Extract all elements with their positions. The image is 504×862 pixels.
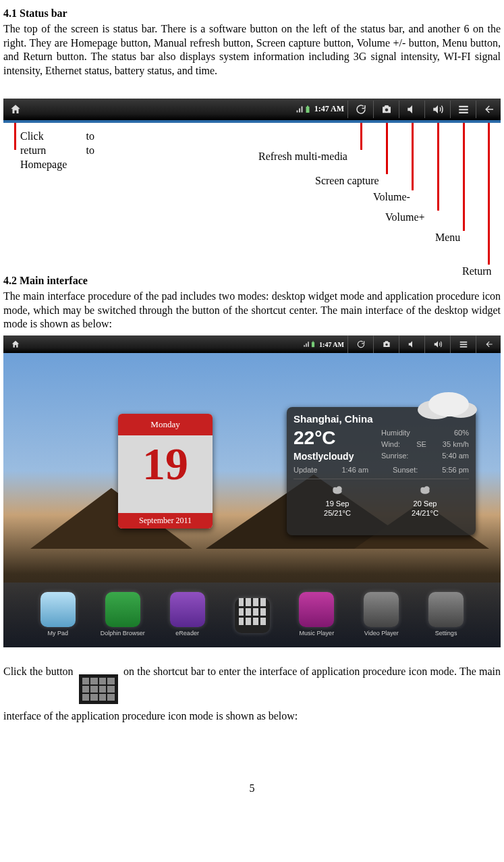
menu-icon[interactable]	[451, 335, 475, 353]
svg-rect-6	[312, 342, 314, 348]
dock-icon	[299, 592, 334, 627]
calendar-weekday: Monday	[118, 414, 213, 435]
callout-line	[437, 123, 439, 211]
body-42a: The main interface procedure of the pad …	[3, 290, 501, 331]
svg-rect-3	[459, 106, 468, 107]
svg-point-17	[424, 486, 429, 491]
status-bar: 1:47 AM	[3, 99, 501, 123]
dock-icon	[105, 592, 140, 627]
dock-label: Video Player	[358, 630, 405, 638]
callout-volplus: Volume+	[385, 211, 425, 225]
calendar-widget[interactable]: Monday 19 September 2011	[118, 414, 213, 529]
svg-rect-9	[459, 342, 467, 343]
volume-minus-icon[interactable]	[400, 99, 424, 120]
section-heading-41: 4.1 Status bar	[3, 7, 501, 21]
camera-icon[interactable]	[374, 99, 398, 120]
dock-label: Music Player	[293, 630, 340, 638]
dock-item-1[interactable]: Dolphin Browser	[99, 592, 146, 638]
battery-icon	[310, 335, 316, 353]
dock: My PadDolphin BrowsereReaderMusic Player…	[3, 583, 501, 647]
volume-plus-icon[interactable]	[426, 335, 449, 353]
wallpaper: Monday 19 September 2011 Shanghai, China…	[3, 353, 501, 647]
callout-line	[386, 123, 388, 174]
callout-line	[360, 123, 362, 150]
dock-label: My Pad	[34, 630, 82, 638]
svg-point-2	[385, 108, 388, 111]
figure-status-bar: 1:47 AM	[3, 335, 501, 353]
forecast-1: 19 Sep 25/21°C	[324, 483, 351, 518]
body-41: The top of the screen is status bar. The…	[3, 22, 501, 78]
svg-rect-10	[459, 344, 467, 346]
callout-line	[463, 123, 465, 231]
dock-item-6[interactable]: Settings	[422, 592, 470, 638]
home-icon[interactable]	[3, 99, 27, 120]
weather-cond: Mostlycloudy	[293, 450, 381, 462]
home-icon[interactable]	[3, 335, 27, 353]
callout-home: Clickto returnto Homepage	[20, 130, 94, 171]
svg-rect-4	[459, 109, 468, 110]
callout-line	[412, 123, 414, 190]
callout-line	[488, 123, 490, 265]
section-heading-42: 4.2 Main interface	[3, 274, 501, 288]
callout-menu: Menu	[435, 231, 460, 245]
dock-icon	[170, 592, 205, 627]
svg-point-14	[336, 486, 341, 491]
signal-icon	[296, 99, 304, 120]
weather-temp: 22°C	[293, 426, 381, 450]
dock-item-2[interactable]: eReader	[164, 592, 211, 638]
callout-volminus: Volume-	[373, 190, 410, 205]
callout-refresh: Refresh multi-media	[258, 150, 347, 164]
dock-label: eReader	[164, 630, 211, 638]
signal-icon	[303, 335, 310, 353]
app-grid-icon	[235, 598, 270, 633]
callout-screencap: Screen capture	[315, 174, 379, 188]
menu-icon[interactable]	[451, 99, 475, 120]
return-icon[interactable]	[477, 99, 501, 120]
cloud-icon	[428, 392, 469, 416]
weather-widget[interactable]: Shanghai, China 22°C Mostlycloudy Humidi…	[287, 407, 476, 535]
dock-item-5[interactable]: Video Player	[358, 592, 405, 638]
svg-rect-0	[306, 107, 309, 113]
calendar-month: September 2011	[118, 513, 213, 529]
callout-line	[14, 123, 16, 150]
dock-item-0[interactable]: My Pad	[34, 592, 82, 638]
volume-minus-icon[interactable]	[400, 335, 424, 353]
dock-icon	[364, 592, 399, 627]
app-grid-button-inline[interactable]	[79, 674, 118, 704]
svg-rect-5	[459, 112, 468, 113]
dock-icon	[40, 592, 76, 627]
dock-item-3[interactable]	[229, 594, 276, 636]
status-time: 1:47 AM	[312, 104, 347, 115]
camera-icon[interactable]	[374, 335, 398, 353]
svg-rect-7	[312, 342, 314, 342]
callout-return: Return	[462, 265, 492, 279]
calendar-day: 19	[118, 441, 213, 487]
volume-plus-icon[interactable]	[426, 99, 449, 120]
svg-rect-1	[307, 105, 308, 107]
statusbar-figure: 1:47 AM Clickto returnto	[3, 99, 501, 274]
battery-icon	[304, 99, 312, 120]
dock-icon	[428, 592, 464, 627]
dock-item-4[interactable]: Music Player	[293, 592, 340, 638]
desktop-figure: 1:47 AM Monday 19 September 2011 Shangha…	[3, 335, 501, 647]
return-icon[interactable]	[477, 335, 501, 353]
refresh-icon[interactable]	[349, 335, 372, 353]
refresh-icon[interactable]	[349, 99, 372, 120]
status-time: 1:47 AM	[316, 340, 347, 349]
body-42b: Click the button on the shortcut bar to …	[3, 659, 501, 728]
dock-label: Settings	[422, 630, 470, 638]
svg-rect-11	[459, 346, 467, 348]
page-number: 5	[3, 782, 501, 796]
forecast-2: 20 Sep 24/21°C	[412, 483, 439, 518]
dock-label: Dolphin Browser	[99, 630, 146, 638]
svg-point-8	[385, 344, 388, 346]
